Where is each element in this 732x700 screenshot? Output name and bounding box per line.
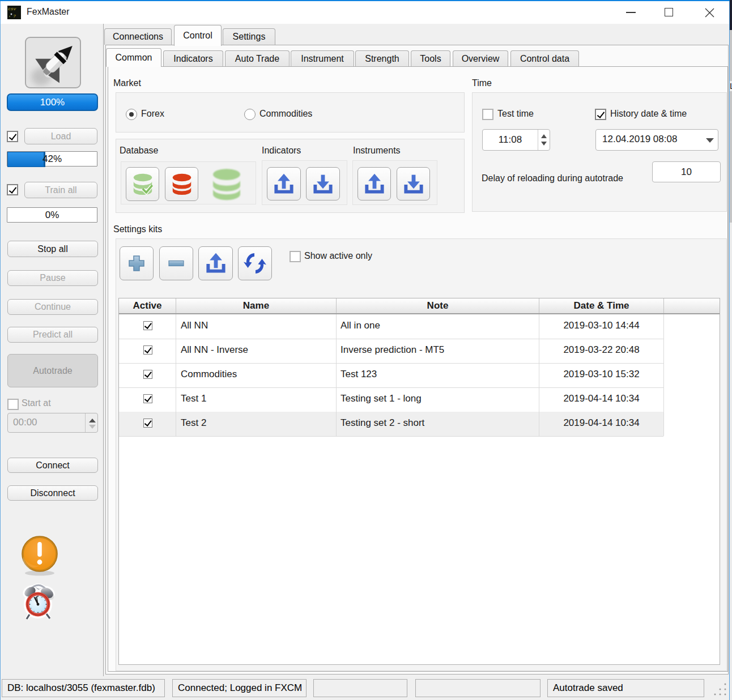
svg-text:?: ?	[13, 14, 16, 19]
svg-text:csv: csv	[8, 6, 16, 11]
